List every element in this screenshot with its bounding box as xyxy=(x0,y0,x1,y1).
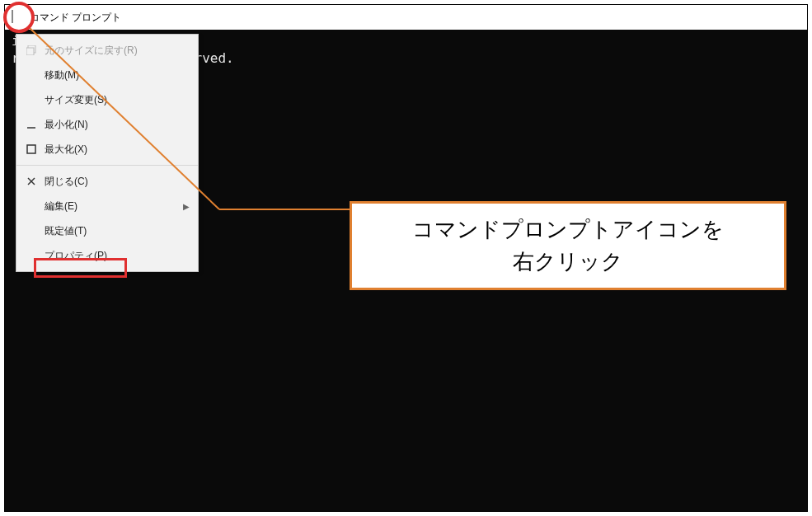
system-menu: 元のサイズに戻す(R) 移動(M) サイズ変更(S) 最小化(N) 最大化(X) xyxy=(16,34,199,272)
menu-move-label: 移動(M) xyxy=(45,68,190,82)
minimize-icon xyxy=(23,118,40,131)
chevron-right-icon: ▶ xyxy=(183,202,190,211)
svg-rect-1 xyxy=(26,48,34,55)
properties-icon xyxy=(23,249,40,262)
command-prompt-window: コマンド プロンプト ion 10.0.18363.1016] ration. … xyxy=(4,4,808,512)
defaults-icon xyxy=(23,224,40,237)
menu-restore-label: 元のサイズに戻す(R) xyxy=(45,44,190,58)
menu-defaults-label: 既定値(T) xyxy=(45,224,190,238)
svg-rect-3 xyxy=(27,145,35,153)
menu-properties[interactable]: プロパティ(P) xyxy=(16,243,198,268)
close-icon xyxy=(23,175,40,188)
menu-size-label: サイズ変更(S) xyxy=(45,93,190,107)
callout-line-2: 右クリック xyxy=(513,246,623,278)
menu-minimize[interactable]: 最小化(N) xyxy=(16,112,198,137)
window-title: コマンド プロンプト xyxy=(30,11,121,25)
maximize-icon xyxy=(23,143,40,156)
menu-restore: 元のサイズに戻す(R) xyxy=(16,38,198,63)
menu-move[interactable]: 移動(M) xyxy=(16,63,198,87)
titlebar[interactable]: コマンド プロンプト xyxy=(5,5,807,30)
edit-icon xyxy=(23,199,40,213)
menu-maximize-label: 最大化(X) xyxy=(45,143,190,157)
menu-properties-label: プロパティ(P) xyxy=(45,249,190,263)
size-icon xyxy=(23,93,40,106)
menu-defaults[interactable]: 既定値(T) xyxy=(16,218,198,243)
cmd-icon[interactable] xyxy=(12,11,25,24)
menu-maximize[interactable]: 最大化(X) xyxy=(16,137,198,162)
menu-separator xyxy=(16,165,198,166)
menu-close[interactable]: 閉じる(C) xyxy=(16,169,198,194)
menu-edit-label: 編集(E) xyxy=(45,199,183,213)
menu-close-label: 閉じる(C) xyxy=(45,175,190,189)
restore-icon xyxy=(23,44,40,57)
annotation-callout: コマンドプロンプトアイコンを 右クリック xyxy=(350,201,786,290)
callout-line-1: コマンドプロンプトアイコンを xyxy=(412,213,724,246)
menu-size[interactable]: サイズ変更(S) xyxy=(16,87,198,112)
move-icon xyxy=(23,68,40,82)
menu-edit[interactable]: 編集(E) ▶ xyxy=(16,194,198,218)
menu-minimize-label: 最小化(N) xyxy=(45,118,190,132)
